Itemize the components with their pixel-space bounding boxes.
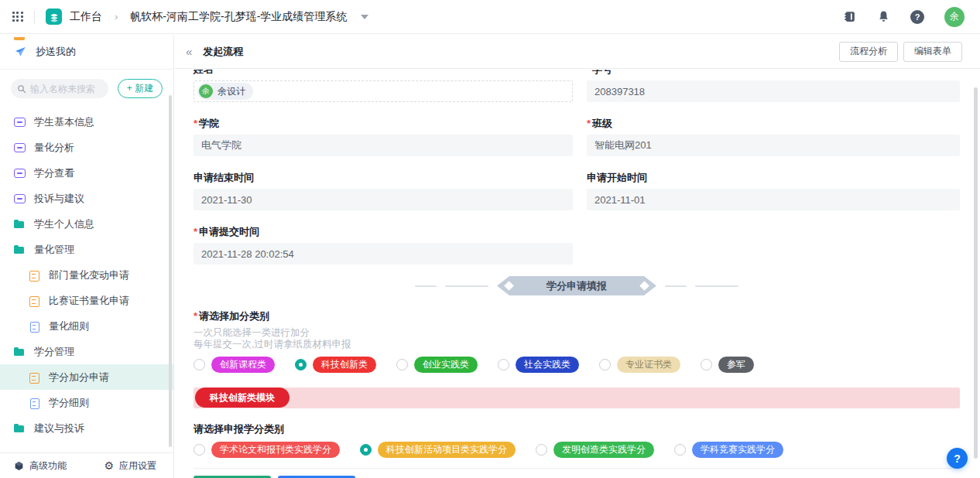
- radio-option[interactable]: 学科竞赛实践学分: [674, 442, 783, 458]
- category-pill: 学科竞赛实践学分: [692, 442, 783, 458]
- radio-option[interactable]: 科技创新类: [295, 357, 376, 373]
- topbar: 工作台 › 帆软杯-河南工学院-孔梦瑶-学业成绩管理系统 ? 余: [0, 0, 980, 34]
- search-box[interactable]: [11, 79, 108, 98]
- monitor-icon: [14, 193, 25, 204]
- radio-circle[interactable]: [194, 444, 205, 456]
- radio-option[interactable]: 参军: [701, 357, 754, 373]
- form-content: 姓名 余 余设计 *学号 208397318 *学院 电气学院: [175, 70, 980, 478]
- radio-option[interactable]: 创业实践类: [396, 357, 478, 373]
- folder-icon: [14, 219, 25, 230]
- divider-line: [665, 285, 687, 287]
- category-pill: 社会实践类: [516, 357, 579, 373]
- student-id-field[interactable]: 208397318: [587, 80, 960, 102]
- name-field[interactable]: 余 余设计: [194, 80, 573, 102]
- chevron-down-icon[interactable]: [361, 15, 368, 19]
- college-field[interactable]: 电气学院: [194, 135, 573, 156]
- form-row-submit-time: *申请提交时间 2021-11-28 20:02:54: [194, 226, 960, 265]
- class-field[interactable]: 智能电网201: [587, 135, 960, 156]
- apply-start-label: 申请开始时间: [587, 172, 960, 184]
- sidebar-item-student-personal-info[interactable]: 学生个人信息: [0, 211, 173, 237]
- document-icon: [29, 398, 39, 408]
- radio-circle[interactable]: [194, 359, 205, 370]
- workspace-label[interactable]: 工作台: [70, 10, 102, 24]
- college-label: *学院: [194, 118, 573, 130]
- document-icon: [29, 321, 39, 332]
- category-pill: 创业实践类: [414, 357, 478, 373]
- bonus-category-label: *请选择加分类别: [194, 310, 960, 323]
- sidebar-item-quant-rules[interactable]: 量化细则: [0, 313, 173, 339]
- radio-circle[interactable]: [295, 359, 307, 370]
- sidebar-item-label: 抄送我的: [36, 45, 76, 59]
- radio-circle[interactable]: [396, 359, 408, 370]
- app-settings-button[interactable]: ⚙ 应用设置: [104, 459, 173, 473]
- radio-circle[interactable]: [674, 444, 686, 456]
- collapse-sidebar-icon[interactable]: «: [180, 45, 198, 58]
- sidebar-item-suggestions-complaints[interactable]: 建议与投诉: [0, 415, 173, 441]
- workspace-logo-icon[interactable]: [46, 9, 62, 25]
- advanced-features-button[interactable]: 高级功能: [0, 459, 67, 473]
- folder-icon: [14, 347, 25, 357]
- section-ribbon: 学分申请填报: [497, 276, 656, 295]
- avatar[interactable]: 余: [944, 7, 965, 27]
- app-grid-icon[interactable]: [12, 12, 23, 22]
- main-panel: « 发起流程 流程分析 编辑表单 姓名 余 余设计 *学号 20839: [175, 35, 980, 478]
- radio-circle[interactable]: [701, 359, 712, 370]
- apply-end-label: 申请结束时间: [194, 172, 573, 184]
- sidebar-item-cc-to-me[interactable]: 抄送我的: [0, 35, 173, 69]
- credit-category-options: 学术论文和报刊类实践学分 科技创新活动项目类实践学分 发明创造类实践学分 学科竞…: [194, 442, 960, 458]
- module-banner: 科技创新类模块: [194, 388, 960, 408]
- sidebar-item-quant-analysis[interactable]: 量化分析: [0, 135, 173, 160]
- sidebar-menu: 学生基本信息 量化分析 学分查看 投诉与建议 学生个人信息 量化管理 部门量化变…: [0, 106, 173, 441]
- bell-icon[interactable]: [876, 10, 890, 24]
- radio-option[interactable]: 社会实践类: [498, 357, 579, 373]
- radio-option[interactable]: 专业证书类: [599, 357, 680, 373]
- help-fab-button[interactable]: ?: [947, 448, 968, 469]
- section-divider: 学分申请填报: [194, 276, 960, 295]
- form-row-college-class: *学院 电气学院 *班级 智能电网201: [194, 118, 960, 156]
- sidebar-item-credit-rules[interactable]: 学分细则: [0, 390, 173, 415]
- breadcrumb[interactable]: 帆软杯-河南工学院-孔梦瑶-学业成绩管理系统: [130, 10, 347, 24]
- category-pill: 科技创新活动项目类实践学分: [378, 442, 516, 458]
- apply-end-field[interactable]: 2021-11-30: [194, 189, 573, 210]
- search-icon: [17, 84, 26, 94]
- sidebar-item-credit-view[interactable]: 学分查看: [0, 160, 173, 186]
- sidebar-scrollbar[interactable]: [169, 95, 172, 447]
- sidebar-item-credit-management[interactable]: 学分管理: [0, 339, 173, 364]
- monitor-icon: [14, 142, 25, 153]
- category-pill: 创新课程类: [211, 357, 275, 373]
- sidebar-item-competition-cert-quant-apply[interactable]: 比赛证书量化申请: [0, 288, 173, 313]
- radio-circle[interactable]: [536, 444, 547, 456]
- sidebar-item-student-basic-info[interactable]: 学生基本信息: [0, 109, 173, 135]
- sidebar-item-complaints-suggestions[interactable]: 投诉与建议: [0, 186, 173, 211]
- sidebar-item-quant-management[interactable]: 量化管理: [0, 237, 173, 262]
- radio-circle[interactable]: [498, 359, 509, 370]
- sidebar-footer: 高级功能 ⚙ 应用设置: [0, 452, 173, 478]
- new-button[interactable]: + 新建: [118, 79, 163, 98]
- folder-icon: [14, 244, 25, 255]
- submit-time-field[interactable]: 2021-11-28 20:02:54: [194, 243, 573, 265]
- divider-line: [695, 285, 738, 287]
- radio-option[interactable]: 科技创新活动项目类实践学分: [360, 442, 516, 458]
- help-icon[interactable]: ?: [910, 10, 924, 24]
- paper-plane-icon: [14, 46, 26, 58]
- name-value: 余设计: [218, 85, 245, 98]
- flow-analysis-button[interactable]: 流程分析: [839, 42, 898, 62]
- edit-form-button[interactable]: 编辑表单: [903, 42, 962, 62]
- layers-glyph: [49, 12, 60, 22]
- journal-icon[interactable]: [842, 10, 856, 24]
- radio-option[interactable]: 发明创造类实践学分: [536, 442, 654, 458]
- name-label: 姓名: [194, 70, 573, 76]
- sidebar-item-credit-bonus-apply[interactable]: 学分加分申请: [0, 364, 173, 390]
- radio-option[interactable]: 学术论文和报刊类实践学分: [194, 442, 340, 458]
- main-scrollbar[interactable]: [974, 87, 978, 459]
- sidebar: 抄送我的 + 新建 学生基本信息 量化分析 学分查看 投诉与建议 学生个人信息: [0, 35, 174, 478]
- avatar: 余: [199, 84, 213, 98]
- radio-circle[interactable]: [360, 444, 372, 456]
- radio-circle[interactable]: [599, 359, 611, 370]
- credit-category-label: 请选择申报学分类别: [194, 423, 960, 435]
- sidebar-item-dept-quant-change-apply[interactable]: 部门量化变动申请: [0, 262, 173, 288]
- bonus-category-options: 创新课程类 科技创新类 创业实践类 社会实践类 专业证书类 参军: [194, 357, 960, 373]
- apply-start-field[interactable]: 2021-11-01: [587, 189, 960, 210]
- search-input[interactable]: [30, 84, 100, 94]
- radio-option[interactable]: 创新课程类: [194, 357, 275, 373]
